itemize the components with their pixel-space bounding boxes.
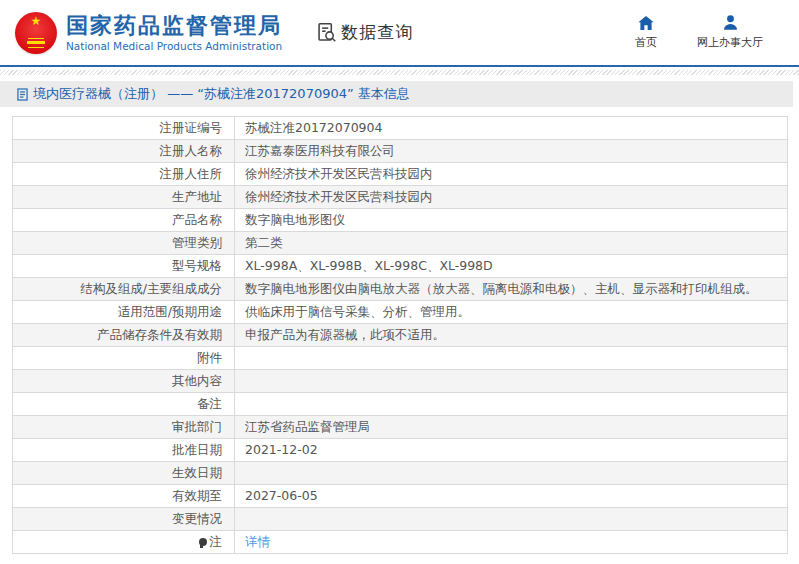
table-row: 注册人住所 徐州经济技术开发区民营科技园内 <box>13 163 788 186</box>
row-value: 江苏嘉泰医用科技有限公司 <box>235 140 788 163</box>
row-value: 申报产品为有源器械，此项不适用。 <box>235 324 788 347</box>
row-value: XL-998A、XL-998B、XL-998C、XL-998D <box>235 255 788 278</box>
site-subtitle: National Medical Products Administration <box>66 40 282 52</box>
row-label: 注册人名称 <box>13 140 235 163</box>
nav-service-hall-label: 网上办事大厅 <box>697 35 763 50</box>
registration-info-table: 注册证编号 苏械注准20172070904 注册人名称 江苏嘉泰医用科技有限公司… <box>12 116 788 554</box>
table-row: 生效日期 <box>13 462 788 485</box>
table-row: 其他内容 <box>13 370 788 393</box>
table-row: 管理类别 第二类 <box>13 232 788 255</box>
row-label: 生效日期 <box>13 462 235 485</box>
data-query-section[interactable]: 数据查询 <box>316 21 413 44</box>
table-row: 附件 <box>13 347 788 370</box>
row-label: 生产地址 <box>13 186 235 209</box>
table-row: 产品名称 数字脑电地形图仪 <box>13 209 788 232</box>
row-value <box>235 462 788 485</box>
row-label: 注册人住所 <box>13 163 235 186</box>
row-value: 详情 <box>235 531 788 554</box>
row-label: 管理类别 <box>13 232 235 255</box>
emblem-star-icon: ★ <box>31 15 42 27</box>
bulb-icon <box>199 538 207 546</box>
brand-block: 国家药品监督管理局 National Medical Products Admi… <box>66 13 282 51</box>
table-row: 变更情况 <box>13 508 788 531</box>
row-value: 江苏省药品监督管理局 <box>235 416 788 439</box>
row-label: 产品储存条件及有效期 <box>13 324 235 347</box>
national-emblem-logo: ★ <box>15 12 57 54</box>
row-value: 徐州经济技术开发区民营科技园内 <box>235 163 788 186</box>
row-label: 变更情况 <box>13 508 235 531</box>
table-row: 备注 <box>13 393 788 416</box>
row-value: 第二类 <box>235 232 788 255</box>
row-value <box>235 508 788 531</box>
row-value: 徐州经济技术开发区民营科技园内 <box>235 186 788 209</box>
row-label: 其他内容 <box>13 370 235 393</box>
header: ★ 国家药品监督管理局 National Medical Products Ad… <box>0 0 799 67</box>
site-title: 国家药品监督管理局 <box>66 13 282 38</box>
row-label: 审批部门 <box>13 416 235 439</box>
info-table-body: 注册证编号 苏械注准20172070904 注册人名称 江苏嘉泰医用科技有限公司… <box>13 117 788 554</box>
row-value: 苏械注准20172070904 <box>235 117 788 140</box>
row-value <box>235 347 788 370</box>
row-label: 有效期至 <box>13 485 235 508</box>
table-row: 审批部门 江苏省药品监督管理局 <box>13 416 788 439</box>
row-label: 备注 <box>13 393 235 416</box>
table-row: 适用范围/预期用途 供临床用于脑信号采集、分析、管理用。 <box>13 301 788 324</box>
home-icon <box>638 15 654 30</box>
nav-home-label: 首页 <box>635 35 657 50</box>
row-label: 型号规格 <box>13 255 235 278</box>
row-label: 注 <box>13 531 235 554</box>
row-label: 结构及组成/主要组成成分 <box>13 278 235 301</box>
table-row: 注 详情 <box>13 531 788 554</box>
row-value: 2027-06-05 <box>235 485 788 508</box>
table-row: 注册人名称 江苏嘉泰医用科技有限公司 <box>13 140 788 163</box>
row-value: 数字脑电地形图仪由脑电放大器（放大器、隔离电源和电极）、主机、显示器和打印机组成… <box>235 278 788 301</box>
row-label: 注册证编号 <box>13 117 235 140</box>
registration-info-panel: 注册证编号 苏械注准20172070904 注册人名称 江苏嘉泰医用科技有限公司… <box>12 116 788 554</box>
table-row: 注册证编号 苏械注准20172070904 <box>13 117 788 140</box>
table-row: 有效期至 2027-06-05 <box>13 485 788 508</box>
row-value <box>235 393 788 416</box>
breadcrumb: 境内医疗器械（注册） —— “苏械注准20172070904” 基本信息 <box>0 81 793 107</box>
nav-service-hall[interactable]: 网上办事大厅 <box>697 15 763 50</box>
hatched-divider <box>0 70 799 75</box>
table-row: 生产地址 徐州经济技术开发区民营科技园内 <box>13 186 788 209</box>
row-value: 2021-12-02 <box>235 439 788 462</box>
file-icon <box>17 88 28 101</box>
data-query-label: 数据查询 <box>341 21 413 44</box>
row-value <box>235 370 788 393</box>
user-icon <box>723 15 738 30</box>
row-value: 供临床用于脑信号采集、分析、管理用。 <box>235 301 788 324</box>
row-label: 批准日期 <box>13 439 235 462</box>
table-row: 结构及组成/主要组成成分 数字脑电地形图仪由脑电放大器（放大器、隔离电源和电极）… <box>13 278 788 301</box>
table-row: 批准日期 2021-12-02 <box>13 439 788 462</box>
emblem-gate-icon <box>27 41 45 44</box>
document-search-icon <box>316 22 337 43</box>
details-link[interactable]: 详情 <box>245 534 270 549</box>
table-row: 产品储存条件及有效期 申报产品为有源器械，此项不适用。 <box>13 324 788 347</box>
breadcrumb-text: 境内医疗器械（注册） —— “苏械注准20172070904” 基本信息 <box>33 85 410 103</box>
table-row: 型号规格 XL-998A、XL-998B、XL-998C、XL-998D <box>13 255 788 278</box>
row-label: 适用范围/预期用途 <box>13 301 235 324</box>
row-label: 附件 <box>13 347 235 370</box>
row-value: 数字脑电地形图仪 <box>235 209 788 232</box>
nav-home[interactable]: 首页 <box>635 15 657 50</box>
row-label: 产品名称 <box>13 209 235 232</box>
